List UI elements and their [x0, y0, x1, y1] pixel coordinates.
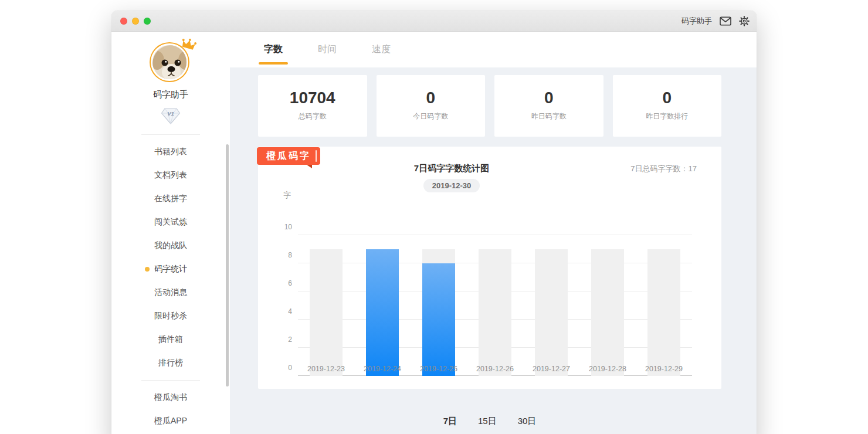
bar-track	[535, 249, 568, 376]
y-tick-label: 4	[288, 307, 292, 316]
x-tick-label: 2019-12-25	[411, 365, 467, 373]
username: 码字助手	[111, 89, 230, 100]
active-dot-icon	[145, 267, 150, 272]
date-badge: 2019-12-30	[423, 179, 480, 192]
scrollbar-thumb[interactable]	[226, 144, 229, 386]
period-button-30日[interactable]: 30日	[518, 416, 537, 427]
bar-track	[591, 249, 624, 376]
stats-row: 10704总码字数0今日码字数0昨日码字数0昨日字数排行	[258, 75, 721, 137]
chart-total-label: 7日总码字字数：17	[630, 164, 697, 174]
bar-slot: 2019-12-23	[298, 235, 354, 376]
sidebar-item-label: 排行榜	[158, 358, 183, 368]
sidebar-item-label: 闯关试炼	[154, 217, 187, 228]
stat-value: 0	[494, 89, 603, 107]
main-panel: 字数时间速度 10704总码字数0今日码字数0昨日码字数0昨日字数排行 橙瓜码字…	[230, 32, 757, 434]
sidebar-menu-item[interactable]: 文档列表	[111, 164, 230, 187]
sidebar-menu: 书籍列表文档列表在线拼字闯关试炼我的战队码字统计活动消息限时秒杀插件箱排行榜	[111, 140, 230, 375]
close-button[interactable]	[120, 18, 127, 25]
bar-slot: 2019-12-29	[636, 235, 692, 376]
app-window: 码字助手	[111, 11, 757, 434]
minimize-button[interactable]	[132, 18, 139, 25]
content-area: 10704总码字数0今日码字数0昨日码字数0昨日字数排行 橙瓜码字 7日码字字数…	[230, 67, 757, 434]
sidebar-item-label: 限时秒杀	[154, 311, 187, 321]
sidebar-footer-item[interactable]: 橙瓜APP	[111, 409, 230, 433]
svg-text:V1: V1	[167, 110, 174, 117]
sidebar-menu-item[interactable]: 书籍列表	[111, 140, 230, 164]
bar-chart-plot: 02468102019-12-232019-12-242019-12-25201…	[298, 235, 692, 376]
sidebar-footer-menu: 橙瓜淘书橙瓜APP	[111, 386, 230, 433]
y-tick-label: 10	[284, 223, 292, 231]
y-tick-label: 6	[288, 279, 292, 287]
period-switcher: 7日15日30日	[258, 416, 721, 427]
sidebar-footer-item[interactable]: 橙瓜淘书	[111, 386, 230, 409]
brand-ribbon: 橙瓜码字	[257, 147, 320, 165]
sidebar-item-label: 橙瓜淘书	[154, 392, 187, 403]
chart-card: 橙瓜码字 7日码字字数统计图 2019-12-30 7日总码字字数：17 字 0…	[258, 147, 721, 389]
sidebar-menu-item[interactable]: 我的战队	[111, 234, 230, 257]
y-axis-unit-label: 字	[283, 190, 291, 201]
mail-icon[interactable]	[720, 16, 731, 26]
tabs-bar: 字数时间速度	[230, 32, 757, 67]
period-button-7日[interactable]: 7日	[443, 416, 457, 427]
bar	[366, 249, 399, 376]
sidebar-menu-item[interactable]: 闯关试炼	[111, 211, 230, 234]
y-tick-label: 2	[288, 335, 292, 344]
bar-slot: 2019-12-25	[411, 235, 467, 376]
stat-value: 0	[377, 89, 486, 107]
y-tick-label: 8	[288, 251, 292, 259]
sidebar-divider	[141, 134, 200, 135]
bar-track	[310, 249, 343, 376]
stat-label: 昨日字数排行	[613, 111, 722, 121]
sidebar-menu-item[interactable]: 限时秒杀	[111, 304, 230, 328]
x-tick-label: 2019-12-24	[354, 365, 411, 373]
stat-card: 0昨日码字数	[494, 75, 603, 137]
traffic-lights	[120, 18, 151, 25]
bar-slot: 2019-12-26	[467, 235, 523, 376]
sidebar-divider	[141, 380, 200, 381]
stat-label: 总码字数	[258, 111, 367, 121]
tab-速度[interactable]: 速度	[367, 32, 396, 67]
sidebar-item-label: 码字统计	[154, 264, 187, 274]
bar-track	[479, 249, 511, 376]
sidebar-menu-item[interactable]: 插件箱	[111, 328, 230, 351]
bar-slot: 2019-12-27	[523, 235, 579, 376]
sidebar-item-label: 插件箱	[158, 334, 183, 345]
stat-value: 0	[613, 89, 722, 107]
x-tick-label: 2019-12-27	[523, 365, 579, 373]
x-tick-label: 2019-12-26	[467, 365, 523, 373]
bar-slot: 2019-12-28	[579, 235, 636, 376]
sidebar-menu-item[interactable]: 在线拼字	[111, 187, 230, 211]
stat-label: 今日码字数	[377, 111, 486, 121]
sidebar-item-label: 我的战队	[154, 240, 187, 251]
x-tick-label: 2019-12-28	[579, 365, 636, 373]
sidebar-menu-item[interactable]: 排行榜	[111, 351, 230, 375]
sidebar-item-label: 书籍列表	[154, 147, 187, 157]
sidebar: 码字助手 V1 书籍列表文档列表在线拼字闯关试炼我的战队码字统计活动消息限时秒杀…	[111, 32, 230, 434]
stat-card: 0今日码字数	[377, 75, 486, 137]
sidebar-item-label: 在线拼字	[154, 194, 187, 204]
y-tick-label: 0	[288, 364, 292, 372]
bar-slots: 2019-12-232019-12-242019-12-252019-12-26…	[298, 235, 692, 376]
sidebar-item-label: 橙瓜APP	[154, 416, 187, 426]
x-tick-label: 2019-12-23	[298, 365, 354, 373]
bar	[422, 263, 455, 376]
vip-badge: V1	[111, 107, 230, 125]
settings-gear-icon[interactable]	[739, 16, 750, 26]
window-title: 码字助手	[681, 16, 712, 26]
tab-时间[interactable]: 时间	[313, 32, 342, 67]
zoom-button[interactable]	[144, 18, 151, 25]
stat-label: 昨日码字数	[494, 111, 603, 121]
bar-slot: 2019-12-24	[354, 235, 411, 376]
sidebar-menu-item[interactable]: 活动消息	[111, 281, 230, 304]
stat-card: 0昨日字数排行	[613, 75, 722, 137]
x-tick-label: 2019-12-29	[636, 365, 692, 373]
stat-value: 10704	[258, 89, 367, 107]
sidebar-menu-item[interactable]: 码字统计	[111, 257, 230, 281]
stat-card: 10704总码字数	[258, 75, 367, 137]
period-button-15日[interactable]: 15日	[478, 416, 497, 427]
bar-track	[647, 249, 680, 376]
sidebar-item-label: 活动消息	[154, 287, 187, 298]
titlebar: 码字助手	[111, 11, 757, 32]
sidebar-item-label: 文档列表	[154, 170, 187, 181]
tab-字数[interactable]: 字数	[259, 32, 288, 67]
